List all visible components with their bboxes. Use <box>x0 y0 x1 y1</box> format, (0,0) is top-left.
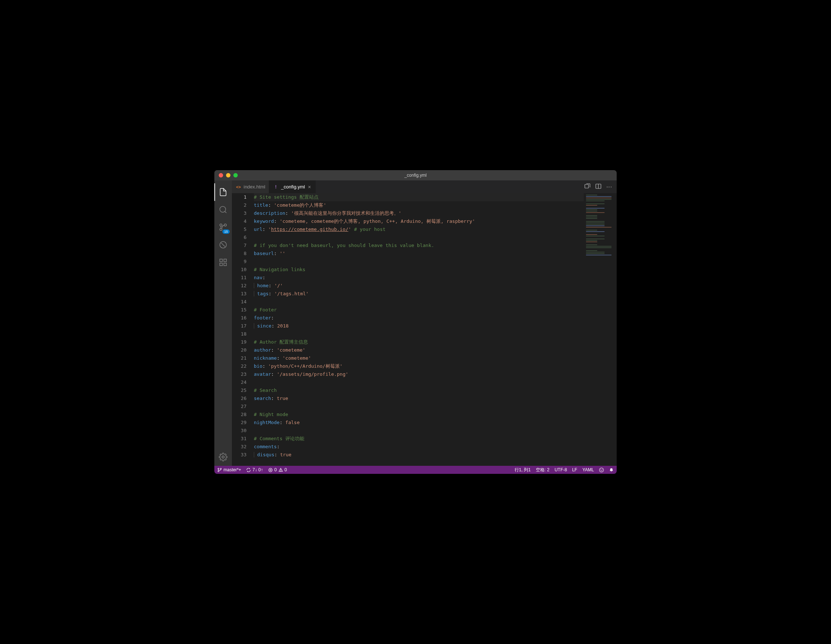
scm-badge: 15 <box>222 230 230 234</box>
problems-status[interactable]: 0 0 <box>268 467 287 472</box>
close-tab-icon[interactable]: × <box>307 184 312 190</box>
svg-point-0 <box>220 206 226 212</box>
encoding-status[interactable]: UTF-8 <box>554 467 567 472</box>
close-window-button[interactable] <box>219 173 223 177</box>
debug-icon[interactable] <box>214 236 232 253</box>
tab-label: index.html <box>244 184 265 190</box>
cursor-position-status[interactable]: 行1, 列1 <box>515 467 531 473</box>
tab-bar: <> index.html ! _config.yml × ··· <box>232 180 617 193</box>
editor-actions: ··· <box>584 180 617 193</box>
html-file-icon: <> <box>236 184 241 190</box>
svg-line-6 <box>221 243 225 247</box>
svg-point-2 <box>224 224 226 226</box>
maximize-window-button[interactable] <box>233 173 238 177</box>
eol-status[interactable]: LF <box>572 467 577 472</box>
svg-point-25 <box>602 469 603 470</box>
svg-rect-10 <box>224 263 226 266</box>
editor-content[interactable]: 1234567891011121314151617181920212223242… <box>232 193 617 466</box>
split-editor-icon[interactable] <box>595 183 601 191</box>
extensions-icon[interactable] <box>214 253 232 271</box>
explorer-icon[interactable] <box>214 183 232 201</box>
traffic-lights <box>214 173 238 177</box>
sync-status[interactable]: 7↓ 0↑ <box>246 467 263 472</box>
indentation-status[interactable]: 空格: 2 <box>536 467 549 473</box>
language-mode-status[interactable]: YAML <box>582 467 594 472</box>
yaml-file-icon: ! <box>273 184 279 190</box>
svg-point-11 <box>222 456 224 458</box>
svg-point-17 <box>220 468 221 469</box>
svg-point-23 <box>600 468 603 472</box>
editor-area: <> index.html ! _config.yml × ··· 123456… <box>232 180 617 466</box>
main-body: 15 <> index.html ! _config.yml <box>214 180 617 466</box>
tab-index-html[interactable]: <> index.html <box>232 180 269 193</box>
editor-window: _config.yml 15 <box>214 170 617 474</box>
svg-rect-7 <box>220 259 222 261</box>
svg-point-15 <box>218 468 219 469</box>
compare-changes-icon[interactable] <box>584 183 590 191</box>
minimap[interactable] <box>584 193 617 466</box>
search-icon[interactable] <box>214 201 232 218</box>
svg-rect-12 <box>585 185 589 188</box>
svg-point-22 <box>280 470 281 471</box>
scm-icon[interactable]: 15 <box>214 218 232 236</box>
tab-config-yml[interactable]: ! _config.yml × <box>269 180 316 193</box>
titlebar[interactable]: _config.yml <box>214 170 617 180</box>
svg-point-4 <box>220 224 222 226</box>
svg-rect-8 <box>224 259 226 261</box>
notifications-bell-icon[interactable] <box>609 468 614 472</box>
line-number-gutter: 1234567891011121314151617181920212223242… <box>232 193 252 466</box>
feedback-smiley-icon[interactable] <box>599 468 604 472</box>
svg-point-3 <box>220 228 222 231</box>
svg-point-24 <box>600 469 601 470</box>
window-title: _config.yml <box>404 173 427 178</box>
tab-label: _config.yml <box>281 184 305 190</box>
code-text[interactable]: # Site settings 配置站点title: 'cometeme的个人博… <box>252 193 584 466</box>
svg-line-1 <box>225 212 226 213</box>
activity-bar: 15 <box>214 180 232 466</box>
svg-rect-9 <box>220 263 222 266</box>
git-branch-status[interactable]: master*+ <box>217 467 241 472</box>
svg-point-16 <box>218 470 219 472</box>
minimize-window-button[interactable] <box>226 173 231 177</box>
settings-gear-icon[interactable] <box>214 448 232 466</box>
status-bar: master*+ 7↓ 0↑ 0 0 行1, 列1 空格: 2 UTF-8 LF… <box>214 466 617 474</box>
more-actions-icon[interactable]: ··· <box>607 184 612 190</box>
